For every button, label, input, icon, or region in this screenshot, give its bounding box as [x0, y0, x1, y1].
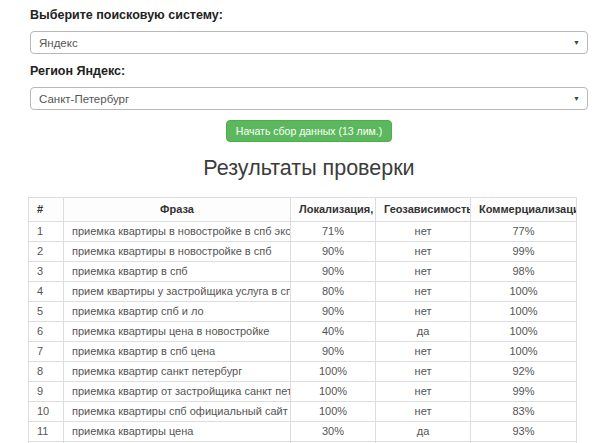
- phrase-cell: прием квартиры у застройщика услуга в сп…: [64, 282, 291, 302]
- phrase-cell: приемка квартир от застройщика санкт пет…: [64, 382, 291, 402]
- localization-cell: 100%: [291, 382, 376, 402]
- phrase-cell: приемка квартиры в новостройке в спб экс…: [64, 222, 291, 242]
- phrase-cell: приемка квартиры спб официальный сайт: [64, 402, 291, 422]
- geodependency-cell: да: [376, 322, 471, 342]
- row-number-cell: 5: [29, 302, 64, 322]
- row-number-cell: 3: [29, 262, 64, 282]
- table-row: 1приемка квартиры в новостройке в спб эк…: [29, 222, 577, 242]
- commercialization-cell: 99%: [471, 242, 577, 262]
- localization-cell: 30%: [291, 422, 376, 442]
- geodependency-cell: нет: [376, 382, 471, 402]
- row-number-cell: 11: [29, 422, 64, 442]
- geodependency-cell: да: [376, 422, 471, 442]
- phrase-cell: приемка квартиры цена в новостройке: [64, 322, 291, 342]
- results-table: # Фраза Локализация, % Геозависимость Ко…: [28, 197, 577, 443]
- phrase-cell: приемка квартир спб и ло: [64, 302, 291, 322]
- row-number-cell: 4: [29, 282, 64, 302]
- localization-cell: 90%: [291, 342, 376, 362]
- table-row: 11приемка квартиры цена30%да93%: [29, 422, 577, 442]
- localization-cell: 90%: [291, 262, 376, 282]
- phrase-cell: приемка квартир санкт петербург: [64, 362, 291, 382]
- page: Выберите поисковую систему: Яндекс ▼ Рег…: [0, 0, 600, 443]
- table-row: 7приемка квартир в спб цена90%нет100%: [29, 342, 577, 362]
- geodependency-cell: нет: [376, 282, 471, 302]
- table-row: 4прием квартиры у застройщика услуга в с…: [29, 282, 577, 302]
- table-row: 6приемка квартиры цена в новостройке40%д…: [29, 322, 577, 342]
- geodependency-cell: нет: [376, 402, 471, 422]
- localization-cell: 80%: [291, 282, 376, 302]
- phrase-cell: приемка квартир в спб: [64, 262, 291, 282]
- results-table-header: # Фраза Локализация, % Геозависимость Ко…: [29, 198, 577, 222]
- localization-cell: 40%: [291, 322, 376, 342]
- row-number-cell: 10: [29, 402, 64, 422]
- geodependency-cell: нет: [376, 262, 471, 282]
- geodependency-cell: нет: [376, 302, 471, 322]
- commercialization-cell: 92%: [471, 362, 577, 382]
- row-number-cell: 2: [29, 242, 64, 262]
- localization-cell: 71%: [291, 222, 376, 242]
- results-table-body: 1приемка квартиры в новостройке в спб эк…: [29, 222, 577, 443]
- commercialization-cell: 83%: [471, 402, 577, 422]
- row-number-cell: 8: [29, 362, 64, 382]
- localization-cell: 90%: [291, 302, 376, 322]
- localization-cell: 100%: [291, 362, 376, 382]
- row-number-cell: 1: [29, 222, 64, 242]
- geodependency-cell: нет: [376, 222, 471, 242]
- localization-cell: 100%: [291, 402, 376, 422]
- commercialization-cell: 99%: [471, 382, 577, 402]
- commercialization-cell: 100%: [471, 322, 577, 342]
- table-row: 10приемка квартиры спб официальный сайт1…: [29, 402, 577, 422]
- column-header-number: #: [29, 198, 64, 222]
- row-number-cell: 9: [29, 382, 64, 402]
- geodependency-cell: нет: [376, 362, 471, 382]
- commercialization-cell: 93%: [471, 422, 577, 442]
- commercialization-cell: 100%: [471, 342, 577, 362]
- commercialization-cell: 77%: [471, 222, 577, 242]
- search-engine-label: Выберите поисковую систему:: [30, 8, 588, 22]
- commercialization-cell: 100%: [471, 282, 577, 302]
- column-header-commercialization: Коммерциализация, %: [471, 198, 577, 222]
- column-header-geodependency: Геозависимость: [376, 198, 471, 222]
- button-row: Начать сбор данных (13 лим.): [30, 120, 588, 142]
- header-row: # Фраза Локализация, % Геозависимость Ко…: [29, 198, 577, 222]
- table-row: 9приемка квартир от застройщика санкт пе…: [29, 382, 577, 402]
- row-number-cell: 6: [29, 322, 64, 342]
- commercialization-cell: 98%: [471, 262, 577, 282]
- search-engine-select[interactable]: Яндекс: [30, 31, 588, 54]
- table-row: 5приемка квартир спб и ло90%нет100%: [29, 302, 577, 322]
- phrase-cell: приемка квартиры в новостройке в спб: [64, 242, 291, 262]
- table-row: 2приемка квартиры в новостройке в спб90%…: [29, 242, 577, 262]
- row-number-cell: 7: [29, 342, 64, 362]
- phrase-cell: приемка квартир в спб цена: [64, 342, 291, 362]
- geodependency-cell: нет: [376, 342, 471, 362]
- region-select-wrap: Санкт-Петербург ▼: [30, 87, 588, 110]
- region-select[interactable]: Санкт-Петербург: [30, 87, 588, 110]
- region-label: Регион Яндекс:: [30, 64, 588, 78]
- localization-cell: 90%: [291, 242, 376, 262]
- search-engine-select-wrap: Яндекс ▼: [30, 31, 588, 54]
- table-row: 3приемка квартир в спб90%нет98%: [29, 262, 577, 282]
- geodependency-cell: нет: [376, 242, 471, 262]
- start-collection-button[interactable]: Начать сбор данных (13 лим.): [226, 120, 392, 142]
- column-header-localization: Локализация, %: [291, 198, 376, 222]
- commercialization-cell: 100%: [471, 302, 577, 322]
- column-header-phrase: Фраза: [64, 198, 291, 222]
- table-row: 8приемка квартир санкт петербург100%нет9…: [29, 362, 577, 382]
- results-title: Результаты проверки: [30, 156, 588, 181]
- phrase-cell: приемка квартиры цена: [64, 422, 291, 442]
